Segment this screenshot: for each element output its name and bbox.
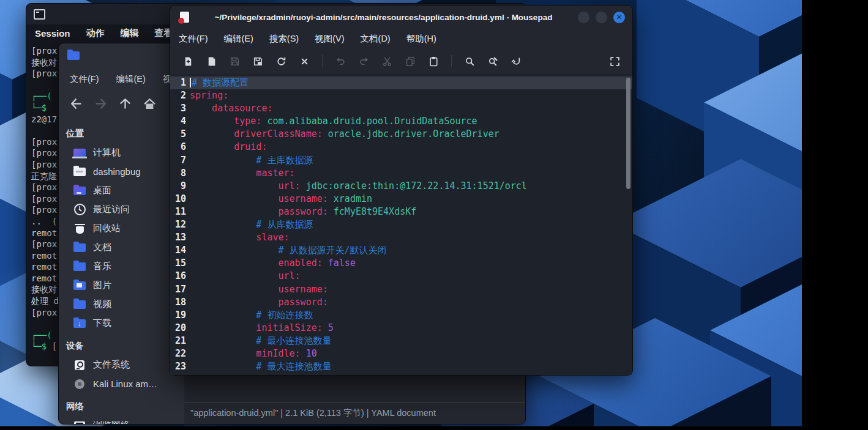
menu-item-0[interactable]: 文件(F) — [70, 73, 99, 85]
editor-line-20[interactable]: 20 initialSize: 5 — [170, 322, 632, 335]
editor-line-3[interactable]: 3 datasource: — [170, 102, 632, 115]
line-content: datasource: — [190, 102, 632, 115]
sidebar-item-trash[interactable]: 回收站 — [59, 219, 184, 238]
editor-line-5[interactable]: 5 driverClassName: oracle.jdbc.driver.Or… — [170, 128, 632, 141]
menu-item-1[interactable]: 编辑(E) — [224, 33, 253, 45]
save-as-icon[interactable] — [249, 52, 267, 70]
menu-item-1[interactable]: 动作 — [86, 28, 105, 39]
editor-line-19[interactable]: 19 # 初始连接数 — [170, 309, 632, 322]
editor-line-15[interactable]: 15 enabled: false — [170, 257, 632, 270]
up-icon[interactable] — [118, 96, 132, 111]
line-number: 15 — [170, 257, 190, 270]
sidebar-item-folder[interactable]: 音乐 — [59, 257, 184, 276]
editor-line-4[interactable]: 4 type: com.alibaba.druid.pool.DruidData… — [170, 115, 632, 128]
sidebar-item-label: 下载 — [93, 317, 111, 329]
redo-icon — [354, 52, 373, 70]
line-number: 22 — [170, 347, 190, 360]
menu-item-5[interactable]: 帮助(H) — [406, 33, 436, 45]
line-number: 3 — [170, 102, 190, 115]
sidebar-item-label: 文件系统 — [93, 359, 130, 371]
line-content: username: — [190, 283, 632, 296]
sidebar-item-filesystem[interactable]: 文件系统 — [59, 355, 184, 374]
line-content: # 初始连接数 — [190, 309, 632, 322]
new-document-icon[interactable] — [179, 52, 197, 70]
editor-line-13[interactable]: 13 slave: — [170, 231, 632, 244]
line-number: 1 — [170, 76, 190, 89]
editor-line-18[interactable]: 18 password: — [170, 296, 632, 309]
menu-item-0[interactable]: 文件(F) — [179, 33, 208, 45]
menu-item-2[interactable]: 搜索(S) — [269, 33, 299, 45]
maximize-button[interactable] — [596, 12, 607, 23]
downloads-folder-icon — [72, 319, 87, 328]
sidebar-item-downloads-folder[interactable]: 下载 — [59, 314, 184, 333]
editor-line-8[interactable]: 8 master: — [170, 167, 632, 180]
disc-icon — [72, 379, 87, 389]
sidebar-item-label: 文档 — [93, 242, 111, 253]
line-number: 19 — [170, 309, 190, 322]
menu-item-1[interactable]: 编辑(E) — [116, 73, 146, 85]
folder-icon — [72, 300, 87, 309]
line-content: minIdle: 10 — [190, 347, 632, 360]
line-content: username: xradmin — [190, 193, 632, 206]
menu-item-4[interactable]: 文档(D) — [361, 33, 391, 45]
editor-line-14[interactable]: 14 # 从数据源开关/默认关闭 — [170, 244, 632, 257]
menu-item-3[interactable]: 视图(V) — [315, 33, 344, 45]
menu-item-0[interactable]: Session — [35, 28, 70, 39]
sidebar-item-pictures-folder[interactable]: 图片 — [59, 276, 184, 295]
sidebar-item-home-folder[interactable]: dashingbug — [59, 162, 184, 181]
editor-line-7[interactable]: 7 # 主库数据源 — [170, 154, 632, 167]
editor-line-10[interactable]: 10 username: xradmin — [170, 193, 632, 206]
scrollbar-thumb[interactable] — [626, 78, 630, 189]
forward-icon[interactable] — [93, 96, 108, 111]
sidebar-item-folder[interactable]: 视频 — [59, 295, 184, 314]
open-icon[interactable] — [202, 52, 220, 70]
paste-icon[interactable] — [424, 52, 443, 70]
undo-icon — [331, 52, 350, 70]
line-content: master: — [190, 167, 632, 180]
line-content: # 主库数据源 — [190, 154, 632, 167]
line-number: 20 — [170, 322, 190, 335]
save-icon — [225, 52, 244, 70]
back-icon[interactable] — [69, 96, 83, 111]
menu-item-2[interactable]: 编辑 — [121, 28, 139, 39]
close-button[interactable]: ✕ — [613, 12, 625, 23]
editor-line-12[interactable]: 12 # 从库数据源 — [170, 218, 632, 231]
minimize-button[interactable] — [578, 12, 589, 23]
sidebar-item-folder[interactable]: 文档 — [59, 238, 184, 257]
mousepad-titlebar[interactable]: ~/Privilege/xradmin/ruoyi-admin/src/main… — [170, 6, 632, 29]
sidebar-item-network[interactable]: 浏览网络 — [59, 416, 184, 424]
editor-line-1[interactable]: 1# 数据源配置 — [170, 76, 632, 89]
editor-line-21[interactable]: 21 # 最小连接池数量 — [170, 335, 632, 347]
line-number: 6 — [170, 141, 190, 154]
editor-line-2[interactable]: 2spring: — [170, 89, 632, 102]
line-content: driverClassName: oracle.jdbc.driver.Orac… — [190, 128, 632, 141]
sidebar-item-computer[interactable]: 计算机 — [59, 143, 184, 162]
editor-line-22[interactable]: 22 minIdle: 10 — [170, 347, 632, 360]
go-to-icon[interactable] — [507, 52, 525, 70]
line-content: slave: — [190, 231, 632, 244]
line-number: 18 — [170, 296, 190, 309]
editor-line-16[interactable]: 16 url: — [170, 270, 632, 283]
home-icon[interactable] — [142, 96, 157, 111]
close-document-icon[interactable] — [295, 52, 313, 70]
editor-area[interactable]: 1# 数据源配置2spring:3 datasource:4 type: com… — [170, 74, 632, 375]
line-content: type: com.alibaba.druid.pool.DruidDataSo… — [190, 115, 632, 128]
reload-icon[interactable] — [272, 52, 290, 70]
sidebar-item-desktop-folder[interactable]: 桌面 — [59, 181, 184, 200]
fullscreen-icon[interactable] — [605, 52, 624, 70]
line-number: 16 — [170, 270, 190, 283]
editor-line-9[interactable]: 9 url: jdbc:oracle:thin:@172.22.14.31:15… — [170, 180, 632, 193]
line-number: 13 — [170, 231, 190, 244]
line-number: 9 — [170, 180, 190, 193]
editor-line-17[interactable]: 17 username: — [170, 283, 632, 296]
editor-line-23[interactable]: 23 # 最大连接池数量 — [170, 360, 632, 373]
editor-line-11[interactable]: 11 password: fcMyE8t9E4XdsKf — [170, 206, 632, 218]
editor-line-6[interactable]: 6 druid: — [170, 141, 632, 154]
find-replace-icon[interactable] — [484, 52, 502, 70]
sidebar-item-label: 浏览网络 — [93, 420, 130, 424]
sidebar-item-recent[interactable]: 最近访问 — [59, 200, 184, 219]
sidebar-item-label: 计算机 — [93, 147, 121, 158]
line-number: 11 — [170, 206, 190, 218]
sidebar-item-disc[interactable]: Kali Linux am… — [59, 374, 184, 393]
find-icon[interactable] — [460, 52, 479, 70]
